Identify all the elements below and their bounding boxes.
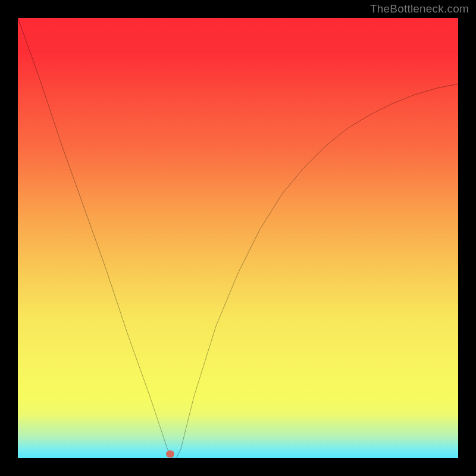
- plot-area: [18, 18, 458, 458]
- minimum-marker: [166, 450, 174, 458]
- watermark-text: TheBottleneck.com: [370, 2, 469, 15]
- curve-path: [18, 18, 458, 458]
- chart-frame: TheBottleneck.com: [0, 0, 476, 476]
- bottleneck-curve: [18, 18, 458, 458]
